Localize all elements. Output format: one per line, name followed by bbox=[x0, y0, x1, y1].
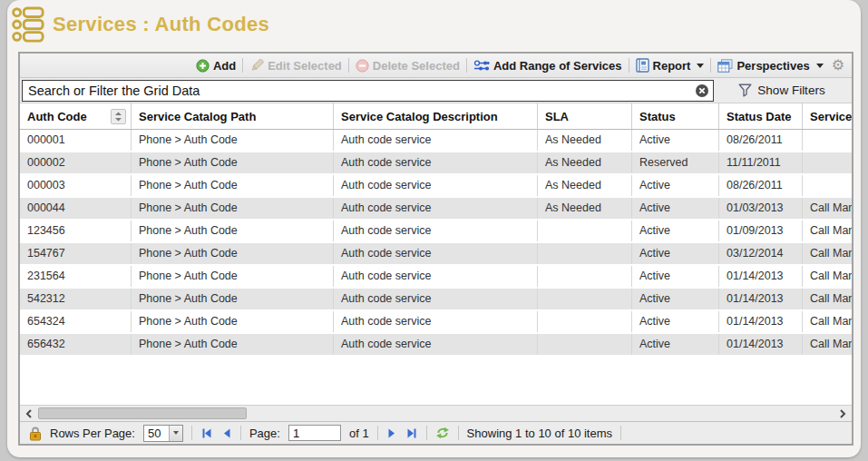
grid-cell[interactable]: 000002 bbox=[20, 152, 132, 173]
grid-cell[interactable]: 01/09/2013 bbox=[719, 221, 803, 241]
show-filters-button[interactable]: Show Filters bbox=[714, 83, 850, 97]
grid-cell[interactable]: Auth code service bbox=[334, 266, 538, 287]
grid-cell[interactable]: Call Manag bbox=[803, 243, 852, 264]
table-row[interactable]: 123456Phone > Auth CodeAuth code service… bbox=[20, 221, 852, 243]
grid-cell[interactable]: 01/14/2013 bbox=[719, 311, 803, 332]
grid-cell[interactable]: As Needed bbox=[538, 175, 632, 196]
refresh-button[interactable] bbox=[435, 427, 450, 439]
grid-cell[interactable]: Auth code service bbox=[334, 243, 538, 264]
first-page-button[interactable] bbox=[200, 427, 213, 439]
grid-cell[interactable]: 656432 bbox=[20, 334, 132, 355]
grid-cell[interactable]: Active bbox=[632, 311, 719, 332]
grid-cell[interactable]: 154767 bbox=[20, 243, 132, 264]
table-row[interactable]: 000044Phone > Auth CodeAuth code service… bbox=[20, 198, 852, 221]
grid-cell[interactable]: Active bbox=[632, 289, 719, 309]
search-input[interactable] bbox=[28, 83, 695, 98]
grid-cell[interactable]: Phone > Auth Code bbox=[132, 243, 334, 264]
perspectives-button[interactable]: Perspectives bbox=[717, 59, 823, 73]
grid-cell[interactable]: Active bbox=[632, 334, 719, 355]
grid-cell[interactable]: Call Manag bbox=[803, 289, 852, 309]
grid-cell[interactable]: 542312 bbox=[20, 289, 132, 309]
table-row[interactable]: 154767Phone > Auth CodeAuth code service… bbox=[20, 243, 852, 266]
grid-cell[interactable]: Phone > Auth Code bbox=[132, 175, 334, 196]
grid-cell[interactable]: Call Manag bbox=[803, 198, 852, 219]
add-button[interactable]: Add bbox=[196, 59, 236, 73]
grid-cell[interactable]: Call Manag bbox=[803, 221, 852, 241]
grid-cell[interactable]: Auth code service bbox=[334, 311, 538, 332]
table-row[interactable]: 000001Phone > Auth CodeAuth code service… bbox=[20, 130, 852, 152]
grid-cell[interactable]: Phone > Auth Code bbox=[132, 152, 334, 173]
column-header-service-catalog-path[interactable]: Service Catalog Path bbox=[132, 103, 334, 129]
horizontal-scrollbar[interactable] bbox=[20, 405, 852, 421]
grid-cell[interactable]: Auth code service bbox=[334, 130, 538, 151]
grid-cell[interactable]: Phone > Auth Code bbox=[132, 334, 334, 355]
grid-cell[interactable]: Auth code service bbox=[334, 289, 538, 309]
rows-per-page-select[interactable]: 50 bbox=[143, 425, 183, 442]
column-header-service-catalog-description[interactable]: Service Catalog Description bbox=[334, 103, 538, 129]
clear-search-icon[interactable] bbox=[695, 83, 709, 98]
grid-cell[interactable] bbox=[803, 152, 852, 173]
grid-cell[interactable]: Active bbox=[632, 243, 719, 264]
previous-page-button[interactable] bbox=[221, 427, 232, 439]
grid-cell[interactable]: 03/12/2014 bbox=[719, 243, 803, 264]
grid-cell[interactable] bbox=[803, 175, 852, 196]
grid-cell[interactable] bbox=[538, 221, 632, 241]
grid-cell[interactable]: Auth code service bbox=[334, 152, 538, 173]
grid-cell[interactable]: 01/03/2013 bbox=[719, 198, 803, 219]
table-row[interactable]: 000003Phone > Auth CodeAuth code service… bbox=[20, 175, 852, 198]
grid-cell[interactable] bbox=[538, 266, 632, 287]
grid-cell[interactable]: Active bbox=[632, 130, 719, 151]
delete-selected-button[interactable]: Delete Selected bbox=[356, 59, 460, 73]
report-button[interactable]: Report bbox=[636, 58, 705, 73]
grid-cell[interactable]: Phone > Auth Code bbox=[132, 266, 334, 287]
grid-cell[interactable]: 654324 bbox=[20, 311, 132, 332]
grid-cell[interactable]: 000001 bbox=[20, 130, 132, 151]
table-row[interactable]: 656432Phone > Auth CodeAuth code service… bbox=[20, 334, 852, 357]
grid-cell[interactable]: 11/11/2011 bbox=[719, 152, 803, 173]
grid-cell[interactable]: 123456 bbox=[20, 221, 132, 241]
grid-cell[interactable]: Phone > Auth Code bbox=[132, 130, 334, 151]
column-header-sla[interactable]: SLA bbox=[538, 103, 632, 129]
scroll-left-arrow-icon[interactable] bbox=[22, 407, 36, 420]
grid-cell[interactable]: Phone > Auth Code bbox=[132, 221, 334, 241]
last-page-button[interactable] bbox=[405, 427, 418, 439]
edit-selected-button[interactable]: Edit Selected bbox=[249, 59, 342, 73]
grid-cell[interactable]: 08/26/2011 bbox=[719, 130, 803, 151]
grid-cell[interactable]: Active bbox=[632, 198, 719, 219]
grid-cell[interactable]: Active bbox=[632, 221, 719, 241]
grid-cell[interactable]: Auth code service bbox=[334, 334, 538, 355]
grid-cell[interactable]: Active bbox=[632, 175, 719, 196]
grid-cell[interactable]: Active bbox=[632, 266, 719, 287]
grid-cell[interactable] bbox=[538, 289, 632, 309]
grid-cell[interactable] bbox=[538, 334, 632, 355]
grid-cell[interactable]: Auth code service bbox=[334, 175, 538, 196]
grid-cell[interactable]: Auth code service bbox=[334, 198, 538, 219]
grid-cell[interactable]: Phone > Auth Code bbox=[132, 311, 334, 332]
grid-cell[interactable]: 01/14/2013 bbox=[719, 266, 803, 287]
add-range-button[interactable]: Add Range of Services bbox=[473, 59, 622, 73]
grid-cell[interactable]: 231564 bbox=[20, 266, 132, 287]
gear-icon[interactable]: ⚙ bbox=[832, 58, 844, 73]
table-row[interactable]: 654324Phone > Auth CodeAuth code service… bbox=[20, 311, 852, 334]
grid-cell[interactable]: 000003 bbox=[20, 175, 132, 196]
grid-cell[interactable]: Phone > Auth Code bbox=[132, 289, 334, 309]
scroll-right-arrow-icon[interactable] bbox=[835, 407, 850, 420]
grid-cell[interactable]: As Needed bbox=[538, 130, 632, 151]
column-header-service-h[interactable]: Service H bbox=[803, 103, 852, 129]
column-header-status[interactable]: Status bbox=[632, 103, 719, 129]
sort-icon[interactable] bbox=[111, 109, 126, 124]
grid-cell[interactable]: As Needed bbox=[538, 152, 632, 173]
grid-cell[interactable] bbox=[538, 311, 632, 332]
grid-cell[interactable]: 000044 bbox=[20, 198, 132, 219]
grid-cell[interactable]: Auth code service bbox=[334, 221, 538, 241]
next-page-button[interactable] bbox=[386, 427, 397, 439]
grid-cell[interactable]: As Needed bbox=[538, 198, 632, 219]
grid-cell[interactable]: Phone > Auth Code bbox=[132, 198, 334, 219]
grid-cell[interactable]: 08/26/2011 bbox=[719, 175, 803, 196]
grid-cell[interactable]: Call Manag bbox=[803, 334, 852, 355]
table-row[interactable]: 000002Phone > Auth CodeAuth code service… bbox=[20, 152, 852, 175]
column-header-status-date[interactable]: Status Date bbox=[719, 103, 803, 129]
grid-cell[interactable] bbox=[803, 130, 852, 151]
scrollbar-thumb[interactable] bbox=[38, 407, 247, 419]
table-row[interactable]: 542312Phone > Auth CodeAuth code service… bbox=[20, 289, 852, 311]
